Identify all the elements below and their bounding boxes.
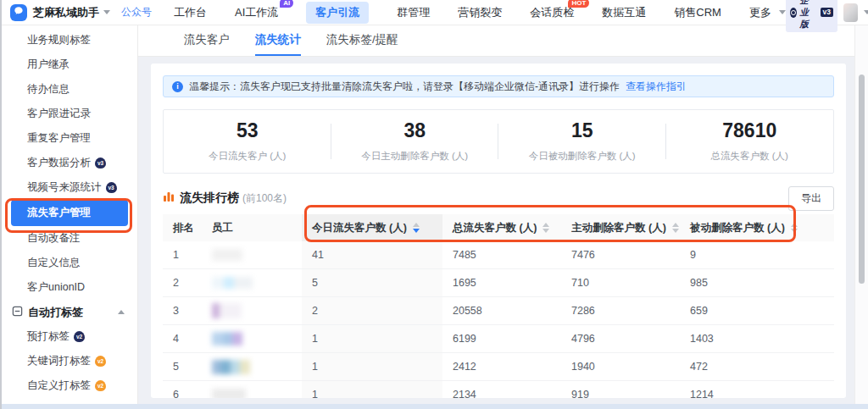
stat-today-churned: 53 今日流失客户 (人) <box>164 110 331 173</box>
nav-customer-acquisition[interactable]: 客户引流 <box>306 2 369 24</box>
v2-badge-icon: v2 <box>95 356 106 367</box>
employee-cell-redacted <box>202 303 302 318</box>
nav-ai-workflow[interactable]: AI工作流 AI <box>235 5 278 20</box>
passive-deleted-cell: 1214 <box>680 389 834 398</box>
sidebar-item-business-rule-tags[interactable]: 业务规则标签 <box>2 28 137 53</box>
table-row: 5 1 2412 1940 472 <box>163 353 834 381</box>
export-button[interactable]: 导出 <box>788 186 834 211</box>
sidebar-item-unionid[interactable]: 客户unionID <box>2 275 137 300</box>
sidebar-item-customer-data-analysis[interactable]: 客户数据分析 v3 <box>2 151 137 175</box>
v2-badge-icon: v2 <box>95 380 106 391</box>
nav-data-exchange[interactable]: 数据互通 <box>602 5 646 20</box>
total-churned-cell: 20558 <box>442 305 561 317</box>
stat-label: 今日流失客户 (人) <box>209 150 286 163</box>
tab-churn-tags-reminders[interactable]: 流失标签/提醒 <box>326 25 398 56</box>
nav-marketing-fission[interactable]: 营销裂变 <box>458 5 502 20</box>
nav-sales-crm[interactable]: 销售CRM <box>674 5 721 20</box>
stat-label: 今日被动删除客户数 (人) <box>529 150 636 163</box>
nav-group-management[interactable]: 群管理 <box>397 5 430 20</box>
public-account-link[interactable]: 公众号 <box>121 5 152 19</box>
stat-today-passive-deleted: 15 今日被动删除客户数 (人) <box>498 110 666 173</box>
stat-value: 38 <box>403 119 426 142</box>
stat-label: 今日主动删除客户数 (人) <box>361 150 468 163</box>
chevron-up-icon[interactable] <box>118 310 125 314</box>
chevron-down-icon[interactable] <box>864 10 868 14</box>
passive-deleted-cell: 659 <box>680 305 834 317</box>
sidebar-item-auto-remark[interactable]: 自动改备注 <box>2 226 137 251</box>
v3-badge-icon: v3 <box>106 182 117 193</box>
passive-deleted-cell: 9 <box>680 249 834 261</box>
primary-nav: 工作台 AI工作流 AI 客户引流 群管理 营销裂变 会话质检 HOT 数据互通… <box>174 2 786 24</box>
col-header-total-churned[interactable]: 总流失客户数 (人) <box>442 221 561 235</box>
alert-text: 温馨提示：流失客户现已支持批量清除流失客户啦，请登录【移动端企业微信-通讯录】进… <box>189 80 620 94</box>
employee-cell-redacted <box>202 360 302 374</box>
sort-icon[interactable] <box>791 223 798 233</box>
sidebar-item-video-source-stats[interactable]: 视频号来源统计 v3 <box>2 175 137 200</box>
v2-badge-icon: v2 <box>74 331 85 342</box>
table-row: 4 1 6199 4796 1403 <box>163 325 834 353</box>
version-tag: v3 <box>821 8 833 17</box>
alert-guide-link[interactable]: 查看操作指引 <box>626 80 687 94</box>
sidebar-item-custom-info[interactable]: 自定义信息 <box>2 251 137 275</box>
table-row: 2 5 1695 710 985 <box>163 269 834 297</box>
today-churned-cell: 1 <box>302 325 442 352</box>
app-window: 芝麻私域助手 公众号 工作台 AI工作流 AI 客户引流 群管理 营销裂变 会话… <box>0 0 868 409</box>
sort-icon[interactable] <box>542 223 549 233</box>
bar-chart-icon <box>163 191 175 206</box>
passive-deleted-cell: 985 <box>680 277 834 289</box>
nav-workbench[interactable]: 工作台 <box>174 5 207 20</box>
stat-total-churned: 78610 总流失客户数 (人) <box>666 110 834 173</box>
vertical-scrollbar[interactable] <box>854 25 868 409</box>
today-churned-cell: 5 <box>302 269 442 296</box>
tab-churned-customers[interactable]: 流失客户 <box>184 25 230 56</box>
table-header-row: 排名 员工 今日流失客户数 (人) 总流失客户数 (人) 主动删除客户数 (人)… <box>163 214 834 241</box>
col-header-today-churned[interactable]: 今日流失客户数 (人) <box>302 214 442 241</box>
sort-icon[interactable] <box>672 223 679 233</box>
passive-deleted-cell: 472 <box>680 361 834 373</box>
ranking-title: 流失排行榜 <box>180 191 239 206</box>
total-churned-cell: 2412 <box>442 361 561 373</box>
col-header-passive-deleted[interactable]: 被动删除客户数 (人) <box>680 221 834 235</box>
user-avatar[interactable] <box>843 3 858 22</box>
scrollbar-thumb[interactable] <box>859 75 865 284</box>
info-alert: i 温馨提示：流失客户现已支持批量清除流失客户啦，请登录【移动端企业微信-通讯录… <box>163 75 834 97</box>
active-deleted-cell: 1940 <box>561 361 680 373</box>
active-deleted-cell: 7476 <box>561 249 680 261</box>
total-churned-cell: 2134 <box>442 389 561 398</box>
stat-value: 15 <box>571 119 593 142</box>
sidebar-item-custom-tagging[interactable]: 自定义打标签 v2 <box>2 373 137 398</box>
col-header-active-deleted[interactable]: 主动删除客户数 (人) <box>561 221 680 235</box>
active-deleted-cell: 710 <box>561 277 680 289</box>
stat-label: 总流失客户数 (人) <box>711 150 788 163</box>
employee-cell-redacted <box>202 249 302 261</box>
stat-today-active-deleted: 38 今日主动删除客户数 (人) <box>331 110 499 173</box>
sidebar-item-followup-records[interactable]: 客户跟进记录 <box>2 102 137 126</box>
rank-cell: 4 <box>163 333 202 345</box>
sort-icon[interactable] <box>413 223 420 233</box>
sidebar-item-duplicate-customers[interactable]: 重复客户管理 <box>2 126 137 151</box>
sidebar-item-preset-tags[interactable]: 预打标签 v2 <box>2 324 137 349</box>
sidebar-item-keyword-tagging[interactable]: 关键词打标签 v2 <box>2 349 137 373</box>
main-content: 流失客户 流失统计 流失标签/提醒 i 温馨提示：流失客户现已支持批量清除流失客… <box>138 25 868 409</box>
tab-churn-statistics[interactable]: 流失统计 <box>255 25 301 56</box>
total-churned-cell: 1695 <box>442 277 561 289</box>
stats-summary: 53 今日流失客户 (人) 38 今日主动删除客户数 (人) 15 今日被动删除… <box>163 109 834 174</box>
sidebar-section-auto-tagging[interactable]: 自动打标签 <box>2 300 137 324</box>
sidebar-item-user-inheritance[interactable]: 用户继承 <box>2 53 137 77</box>
employee-cell-redacted <box>202 332 302 345</box>
today-churned-cell: 2 <box>302 297 442 324</box>
nav-conversation-qc[interactable]: 会话质检 HOT <box>530 5 574 20</box>
sidebar-item-churned-customer-management[interactable]: 流失客户管理 <box>11 200 128 226</box>
tab-bar: 流失客户 流失统计 流失标签/提醒 <box>138 25 856 57</box>
today-churned-cell: 41 <box>302 241 442 268</box>
nav-more[interactable]: 更多 <box>749 5 786 20</box>
table-row: 6 1 2134 919 1214 <box>163 381 834 398</box>
tag-section-icon <box>12 306 23 319</box>
hot-badge: HOT <box>568 0 589 8</box>
today-churned-cell: 1 <box>302 353 442 380</box>
chevron-down-icon[interactable] <box>103 10 110 14</box>
table-row: 3 2 20558 7286 659 <box>163 297 834 325</box>
passive-deleted-cell: 1403 <box>680 333 834 345</box>
total-churned-cell: 7485 <box>442 249 561 261</box>
sidebar-item-todo-info[interactable]: 待办信息 <box>2 77 137 102</box>
